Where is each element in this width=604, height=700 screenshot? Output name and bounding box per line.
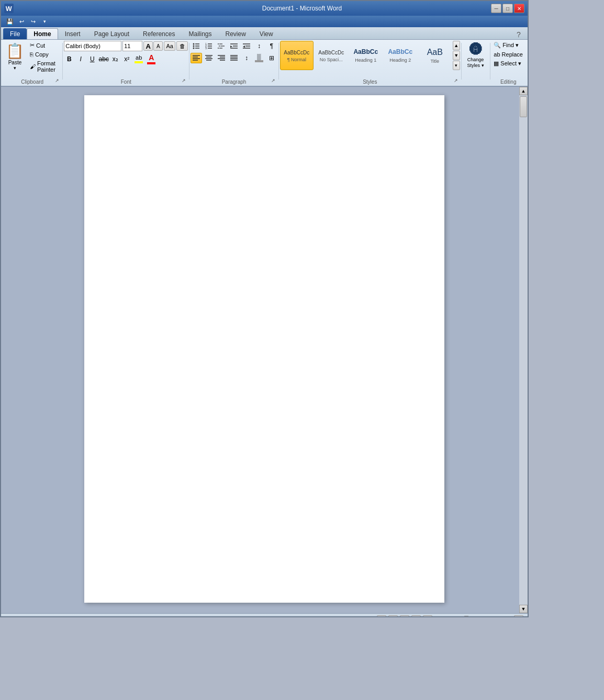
style-heading1[interactable]: AaBbCc Heading 1 bbox=[349, 41, 383, 70]
change-case-button[interactable]: Aa bbox=[164, 41, 175, 51]
align-right-button[interactable] bbox=[216, 53, 227, 63]
bold-button[interactable]: B bbox=[64, 54, 74, 64]
decrease-indent-button[interactable] bbox=[228, 41, 240, 51]
strikethrough-button[interactable]: abc bbox=[98, 54, 109, 64]
clear-format-button[interactable]: 🗑 bbox=[176, 41, 188, 51]
help-icon[interactable]: ? bbox=[514, 30, 523, 39]
style-title-preview: AaB bbox=[427, 47, 443, 58]
svg-text:W: W bbox=[6, 5, 12, 13]
replace-button[interactable]: ab Replace bbox=[491, 50, 525, 59]
justify-button[interactable] bbox=[228, 53, 240, 63]
zoom-minus-button[interactable]: ─ bbox=[440, 616, 444, 618]
styles-more-button[interactable]: ▾ bbox=[453, 61, 460, 70]
style-normal[interactable]: AaBbCcDc ¶ Normal bbox=[280, 41, 314, 70]
zoom-maximize-button[interactable]: ⊡ bbox=[514, 615, 523, 618]
tab-page-layout[interactable]: Page Layout bbox=[87, 28, 136, 39]
style-no-spacing[interactable]: AaBbCcDc No Spaci... bbox=[315, 41, 348, 70]
italic-button[interactable]: I bbox=[75, 54, 86, 64]
styles-expand-icon[interactable]: ↗ bbox=[453, 77, 459, 84]
font-color-icon: A bbox=[149, 53, 154, 62]
draft-view-button[interactable]: 📄 bbox=[423, 615, 432, 618]
paste-label: Paste bbox=[8, 60, 22, 65]
align-left-button[interactable] bbox=[191, 53, 202, 63]
tab-view[interactable]: View bbox=[253, 28, 280, 39]
scroll-thumb[interactable] bbox=[520, 96, 527, 117]
change-styles-group-label bbox=[475, 78, 476, 85]
customize-quick-icon[interactable]: ▾ bbox=[40, 17, 49, 26]
close-button[interactable]: ✕ bbox=[514, 4, 524, 13]
bullets-button[interactable] bbox=[191, 41, 202, 51]
styles-group: AaBbCcDc ¶ Normal AaBbCcDc No Spaci... A… bbox=[280, 41, 460, 85]
zoom-plus-button[interactable]: + bbox=[489, 616, 493, 618]
font-shrink-button[interactable]: A bbox=[153, 41, 163, 51]
numbering-button[interactable]: 1.2.3. bbox=[203, 41, 215, 51]
vertical-scrollbar[interactable]: ▲ ▼ bbox=[519, 87, 528, 613]
scroll-down-button[interactable]: ▼ bbox=[519, 605, 528, 613]
document-page[interactable] bbox=[84, 95, 444, 603]
styles-scroll-down-button[interactable]: ▼ bbox=[453, 51, 460, 60]
font-color-button[interactable]: A bbox=[146, 52, 157, 65]
text-highlight-icon: ab bbox=[136, 54, 142, 61]
font-group: A A Aa 🗑 B I U abc x₂ x² ab bbox=[64, 41, 188, 85]
tab-review[interactable]: Review bbox=[218, 28, 252, 39]
text-highlight-button[interactable]: ab bbox=[133, 53, 144, 64]
save-quick-icon[interactable]: 💾 bbox=[5, 17, 15, 26]
font-color-swatch bbox=[147, 62, 155, 64]
tab-home[interactable]: Home bbox=[27, 28, 58, 39]
select-button[interactable]: ▦ Select ▾ bbox=[491, 59, 525, 68]
paste-icon: 📋 bbox=[6, 42, 24, 60]
clipboard-expand-icon[interactable]: ↗ bbox=[54, 77, 60, 84]
web-layout-view-button[interactable]: 🌐 bbox=[400, 615, 409, 618]
align-center-button[interactable] bbox=[203, 53, 215, 63]
find-button[interactable]: 🔍 Find ▾ bbox=[491, 41, 525, 50]
sort-button[interactable]: ↕ bbox=[253, 41, 265, 51]
paste-button[interactable]: 📋 Paste ▾ bbox=[3, 41, 27, 74]
change-styles-button[interactable]: 🅐 ChangeStyles ▾ bbox=[463, 41, 489, 70]
line-spacing-button[interactable]: ↕ bbox=[241, 53, 252, 63]
paragraph-controls: 1.2.3. ↕ ¶ bbox=[191, 41, 277, 63]
style-title[interactable]: AaB Title bbox=[418, 41, 452, 70]
borders-button[interactable]: ⊞ bbox=[266, 53, 277, 63]
style-heading2[interactable]: AaBbCc Heading 2 bbox=[384, 41, 417, 70]
style-no-spacing-preview: AaBbCcDc bbox=[318, 49, 344, 56]
print-layout-view-button[interactable]: ▦ bbox=[377, 615, 386, 618]
styles-scroll-up-button[interactable]: ▲ bbox=[453, 41, 460, 50]
outline-view-button[interactable]: ≡ bbox=[411, 615, 421, 618]
maximize-button[interactable]: □ bbox=[502, 4, 513, 13]
superscript-button[interactable]: x² bbox=[121, 54, 132, 64]
divider-3 bbox=[278, 43, 279, 80]
full-reading-view-button[interactable]: 📖 bbox=[388, 615, 398, 618]
status-left: Page: 1 of 1 Words: 0 bbox=[5, 616, 71, 618]
tab-file[interactable]: File bbox=[3, 28, 27, 39]
paragraph-expand-icon[interactable]: ↗ bbox=[270, 77, 276, 84]
tab-insert[interactable]: Insert bbox=[58, 28, 87, 39]
redo-quick-icon[interactable]: ↪ bbox=[28, 17, 38, 26]
zoom-slider-track[interactable] bbox=[445, 617, 487, 618]
quick-access-toolbar: 💾 ↩ ↪ ▾ bbox=[1, 16, 528, 27]
format-painter-button[interactable]: 🖌 Format Painter bbox=[28, 59, 61, 74]
multilevel-list-button[interactable] bbox=[216, 41, 227, 51]
svg-marker-21 bbox=[230, 46, 232, 48]
minimize-button[interactable]: ─ bbox=[491, 4, 501, 13]
font-name-input[interactable] bbox=[64, 41, 121, 51]
show-hide-button[interactable]: ¶ bbox=[266, 41, 277, 51]
scroll-up-button[interactable]: ▲ bbox=[519, 87, 528, 95]
tab-mailings[interactable]: Mailings bbox=[182, 28, 218, 39]
font-size-input[interactable] bbox=[122, 41, 142, 51]
subscript-button[interactable]: x₂ bbox=[110, 54, 120, 64]
ribbon: 📋 Paste ▾ ✂ Cut ⎘ Copy 🖌 Format P bbox=[1, 40, 528, 87]
zoom-slider-thumb[interactable] bbox=[464, 616, 469, 618]
shading-swatch bbox=[255, 60, 263, 62]
underline-button[interactable]: U bbox=[87, 54, 97, 64]
tab-references[interactable]: References bbox=[136, 28, 182, 39]
font-expand-icon[interactable]: ↗ bbox=[181, 77, 187, 84]
cut-button[interactable]: ✂ Cut bbox=[28, 41, 61, 50]
change-styles-icon: 🅐 bbox=[469, 42, 482, 57]
copy-button[interactable]: ⎘ Copy bbox=[28, 50, 61, 59]
font-grow-button[interactable]: A bbox=[143, 41, 153, 51]
change-styles-group: 🅐 ChangeStyles ▾ bbox=[463, 41, 489, 85]
clipboard-group: 📋 Paste ▾ ✂ Cut ⎘ Copy 🖌 Format P bbox=[3, 41, 61, 85]
shading-button[interactable]: ▒ bbox=[253, 52, 265, 63]
increase-indent-button[interactable] bbox=[241, 41, 252, 51]
undo-quick-icon[interactable]: ↩ bbox=[17, 17, 26, 26]
